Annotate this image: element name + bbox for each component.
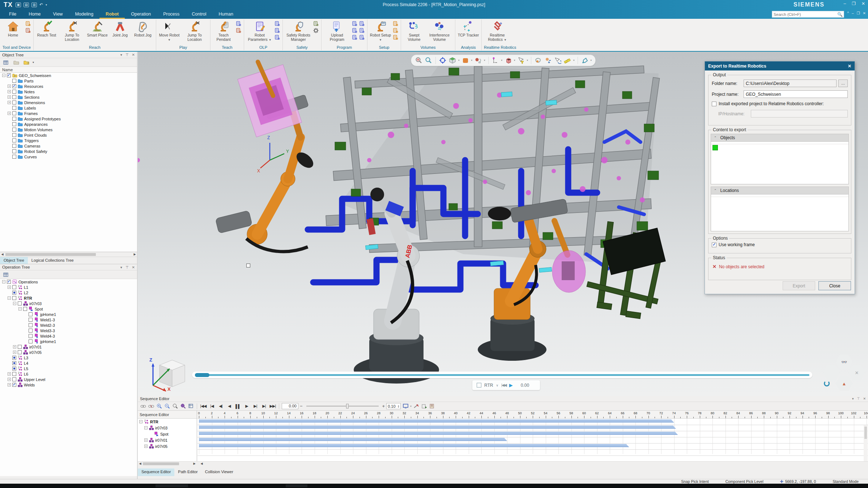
olp-paths-icon[interactable] — [274, 27, 280, 33]
robot-parameters-button[interactable]: Robot Parameters ▼ — [246, 20, 273, 45]
search-box[interactable]: 🔍 — [772, 11, 844, 18]
visibility-checkbox[interactable] — [12, 144, 16, 148]
gantt-bar-spot[interactable] — [199, 432, 678, 435]
use-working-frame-checkbox[interactable] — [712, 243, 716, 247]
menu-tab-view[interactable]: View — [47, 10, 69, 19]
export-button[interactable]: Export — [783, 281, 815, 290]
blank-hex-button[interactable] — [823, 365, 840, 380]
gantt-hscrollbar[interactable]: ◀▶ ◀ — [138, 461, 868, 466]
tree-item-jphome1[interactable]: jpHome1 — [0, 312, 137, 317]
zoom-in-icon[interactable] — [156, 403, 162, 410]
tree-item-l5[interactable]: 2L5 — [0, 366, 137, 371]
gantt-row-rtr[interactable]: −2RTR — [138, 419, 158, 425]
expand-minus-icon[interactable]: − — [2, 74, 5, 77]
collection-folder-icon[interactable] — [12, 59, 20, 67]
doc-close-button[interactable]: ✕ — [863, 11, 866, 15]
close-button[interactable]: ✕ — [861, 1, 865, 6]
objects-list[interactable] — [711, 142, 849, 184]
pick-rotate-icon[interactable] — [554, 56, 562, 64]
visibility-checkbox[interactable] — [12, 367, 16, 371]
export-dialog-titlebar[interactable]: Export to Realtime Robotics ✕ — [705, 61, 855, 70]
safety-zones-icon[interactable] — [313, 21, 319, 26]
name-column-header[interactable]: Name — [0, 67, 137, 73]
tree-item-weld1-3[interactable]: Weld1-3 — [0, 317, 137, 322]
tree-item-point-clouds[interactable]: Point Clouds — [0, 132, 137, 138]
tree-item-assigned-prototypes[interactable]: Assigned Prototypes — [0, 116, 137, 121]
visibility-checkbox[interactable] — [29, 334, 33, 338]
tree-item-l3[interactable]: 2L3 — [0, 355, 137, 360]
tab-object-tree[interactable]: Object Tree — [0, 257, 28, 264]
gantt-ruler[interactable]: 0246810121416182022242628303234363840424… — [197, 411, 868, 419]
tree-item-weld4-3[interactable]: Weld4-3 — [0, 333, 137, 339]
link-icon[interactable] — [140, 403, 146, 410]
tree-item-jphome1[interactable]: jpHome1 — [0, 339, 137, 344]
view-glasses-hex-button[interactable]: 👓 — [836, 355, 852, 369]
expand-minus-icon[interactable]: − — [2, 280, 5, 283]
tree-item-triggers[interactable]: Triggers — [0, 138, 137, 143]
visibility-checkbox[interactable] — [12, 79, 16, 83]
visibility-checkbox[interactable] — [12, 100, 16, 104]
interference-check-icon[interactable] — [413, 403, 420, 410]
placement-icon[interactable] — [492, 56, 499, 64]
prog-new-icon[interactable] — [352, 21, 358, 26]
render-style-icon[interactable] — [474, 56, 482, 64]
tree-item-weld2-3[interactable]: Weld2-3 — [0, 322, 137, 328]
pin-icon[interactable]: ⊤ — [125, 53, 129, 57]
visibility-checkbox[interactable] — [29, 323, 33, 327]
prog-list-icon[interactable] — [359, 34, 365, 40]
tree-item-spot[interactable]: −Spot — [0, 306, 137, 312]
menu-tab-human[interactable]: Human — [213, 10, 239, 19]
safety-robots-manager-button[interactable]: Safety Robots Manager — [285, 20, 312, 45]
jump-to-location-button[interactable]: Jump To Location — [181, 20, 208, 45]
gantt-vscrollbar[interactable] — [864, 425, 868, 463]
prev-operation-button[interactable]: |◀ — [208, 404, 216, 408]
panel-dropdown-icon[interactable]: ▾ — [120, 265, 122, 269]
tree-filter-icon[interactable] — [2, 59, 10, 67]
save-gantt-icon[interactable] — [429, 403, 435, 410]
visibility-checkbox[interactable] — [29, 318, 33, 322]
upload-program-button[interactable]: Upload Program — [324, 20, 350, 45]
expand-minus-icon[interactable]: − — [18, 307, 22, 311]
tree-item-appearances[interactable]: Appearances — [0, 121, 137, 127]
scope-dropdown-icon[interactable]: ∨ — [496, 384, 498, 387]
device-edit-icon[interactable] — [25, 21, 31, 26]
zoom-area-icon[interactable] — [415, 56, 423, 64]
tab-sequence-editor[interactable]: Sequence Editor — [138, 468, 174, 476]
robot-jog-button[interactable]: Robot Jog — [132, 20, 154, 45]
setup-tools-icon[interactable] — [392, 34, 399, 40]
visibility-checkbox[interactable] — [12, 84, 16, 88]
tree-item-operations[interactable]: −Operations — [0, 279, 137, 284]
tab-collision-viewer[interactable]: Collision Viewer — [201, 468, 237, 476]
visibility-checkbox[interactable] — [12, 361, 16, 365]
visibility-checkbox[interactable] — [12, 291, 16, 295]
jump-to-start-icon[interactable]: |◀◀ — [501, 383, 506, 388]
safety-settings-icon[interactable] — [313, 27, 319, 33]
ribbon-collapse-icon[interactable]: ^ — [847, 11, 849, 15]
menu-tab-home[interactable]: Home — [22, 10, 47, 19]
tree-item-rtr[interactable]: −2RTR — [0, 295, 137, 301]
play-button[interactable]: ▶ — [243, 404, 250, 408]
player-scope[interactable]: RTR — [484, 383, 493, 388]
joint-jog-button[interactable]: Joint Jog — [109, 20, 131, 45]
next-operation-button[interactable]: ▶| — [260, 404, 268, 408]
slider-thumb[interactable] — [195, 373, 209, 377]
robot-jog-hex-button[interactable]: ▲ — [836, 376, 852, 391]
object-color-cell[interactable] — [712, 145, 718, 150]
robot-remove-icon[interactable] — [235, 27, 242, 33]
visibility-checkbox[interactable] — [12, 285, 16, 289]
expand-minus-icon[interactable]: − — [13, 302, 16, 305]
step-forward-button[interactable]: ▶| — [252, 404, 259, 408]
maximize-button[interactable]: ❐ — [852, 1, 856, 6]
tree-item-labels[interactable]: Labels — [0, 105, 137, 111]
menu-tab-file[interactable]: File — [3, 10, 22, 19]
zoom-fit-icon[interactable] — [180, 403, 186, 410]
tree-item-cameras[interactable]: Cameras — [0, 143, 137, 149]
tree-item-l4[interactable]: 2L4 — [0, 360, 137, 366]
gantt-row-ir07r01[interactable]: +ir07r01 — [138, 437, 167, 443]
tree-item-upper-level[interactable]: +Upper Level — [0, 377, 137, 382]
visibility-checkbox[interactable] — [12, 356, 16, 360]
prog-import-icon[interactable] — [352, 34, 358, 40]
gantt-bar-ir07r03[interactable] — [199, 425, 676, 429]
visibility-checkbox[interactable] — [12, 111, 16, 115]
step-interval-field[interactable]: 0.10▲▼ — [386, 403, 401, 409]
